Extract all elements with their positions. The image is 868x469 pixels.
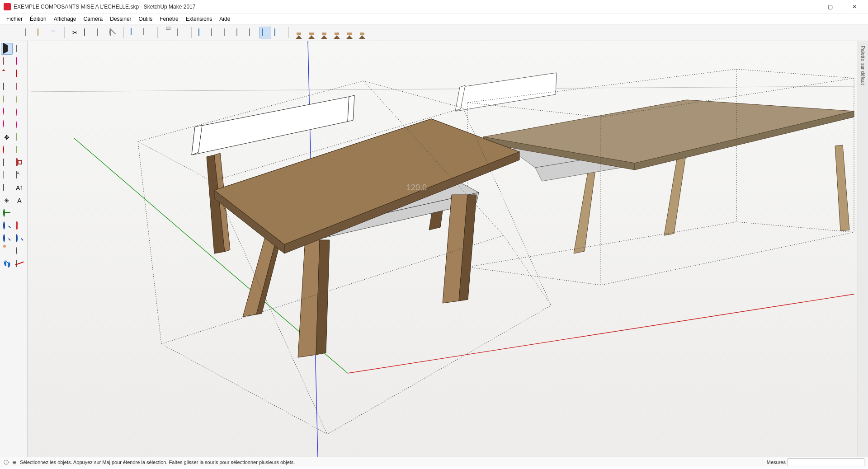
- style-shaded-button[interactable]: [196, 27, 208, 38]
- cut-icon: ✂: [71, 29, 79, 36]
- viewport[interactable]: 120,0: [28, 41, 858, 457]
- rectangle-tool-button[interactable]: [1, 81, 13, 93]
- redo-button[interactable]: [141, 27, 153, 38]
- push-pull-tool-icon: [16, 134, 23, 141]
- print-button[interactable]: [162, 27, 174, 38]
- pie-tool-button[interactable]: [14, 119, 25, 131]
- arc-tool-button[interactable]: [1, 106, 13, 118]
- right-panel-tab[interactable]: Palette par défaut: [858, 41, 868, 457]
- cut-button[interactable]: ✂: [69, 27, 81, 38]
- eraser-tool-button[interactable]: [14, 56, 25, 67]
- follow-me-tool-button[interactable]: [14, 144, 25, 156]
- tape-measure-button[interactable]: [1, 169, 13, 181]
- menu-item-camera[interactable]: Caméra: [80, 15, 107, 23]
- previous-view-button[interactable]: [14, 233, 25, 244]
- svg-marker-6: [835, 145, 849, 231]
- dimension-annotation: 120,0: [406, 183, 427, 192]
- zoom-tool-button[interactable]: [1, 220, 13, 232]
- menu-item-edition[interactable]: Édition: [26, 15, 50, 23]
- close-button[interactable]: ✕: [846, 1, 863, 12]
- style-mono-button[interactable]: [234, 27, 246, 38]
- rotated-rectangle-button[interactable]: [14, 81, 25, 93]
- model-info-icon: [177, 29, 184, 36]
- iso-view-button[interactable]: [319, 27, 330, 38]
- position-camera-button[interactable]: [1, 245, 13, 257]
- maximize-button[interactable]: ▢: [822, 1, 838, 12]
- rotate-tool-button[interactable]: [1, 144, 13, 156]
- menu-item-fichier[interactable]: Fichier: [3, 15, 26, 23]
- model-info-button[interactable]: [175, 27, 187, 38]
- walk-tool-button[interactable]: 👣: [1, 258, 13, 270]
- walk-tool-icon: 👣: [3, 260, 10, 267]
- save-file-button[interactable]: [48, 27, 60, 38]
- paint-bucket-button[interactable]: [1, 56, 13, 67]
- 3d-text-tool-icon: A: [16, 197, 23, 204]
- new-file-button[interactable]: [23, 27, 34, 38]
- left-toolbar-row: ✳A: [1, 195, 26, 206]
- delete-button[interactable]: [107, 27, 119, 38]
- style-texture-button[interactable]: [272, 27, 284, 38]
- offset-tool-button[interactable]: [14, 157, 25, 169]
- section-plane-button[interactable]: [14, 258, 25, 270]
- polygon-tool-button[interactable]: [14, 94, 25, 105]
- style-backedges-button[interactable]: [259, 27, 271, 38]
- orbit-tool-button[interactable]: [1, 207, 13, 219]
- three-point-arc-button[interactable]: [1, 119, 13, 131]
- style-xray-button[interactable]: [247, 27, 259, 38]
- axes-tool-button[interactable]: ✳: [1, 195, 13, 206]
- menu-item-aide[interactable]: Aide: [216, 15, 234, 23]
- text-tool-button[interactable]: A1: [14, 182, 25, 194]
- menu-item-fenetre[interactable]: Fenêtre: [156, 15, 182, 23]
- freehand-tool-button[interactable]: [14, 68, 25, 80]
- circle-tool-button[interactable]: [1, 94, 13, 105]
- menu-item-affichage[interactable]: Affichage: [50, 15, 80, 23]
- svg-marker-4: [574, 162, 596, 253]
- dimensions-tool-button[interactable]: [14, 169, 25, 181]
- titlebar: EXEMPLE COMPOSANTS MISE A L'ECHELLE.skp …: [0, 0, 868, 14]
- scale-tool-button[interactable]: [1, 157, 13, 169]
- copy-button[interactable]: [82, 27, 94, 38]
- zoom-window-button[interactable]: [1, 233, 13, 244]
- top-view-button[interactable]: [331, 27, 343, 38]
- menu-item-outils[interactable]: Outils: [135, 15, 156, 23]
- left-toolbar: ✥A1✳A👣: [0, 41, 28, 457]
- geo-icon[interactable]: ⊕: [12, 460, 16, 465]
- help-icon[interactable]: ⓘ: [4, 459, 9, 466]
- protractor-tool-button[interactable]: [1, 182, 13, 194]
- measurements-input[interactable]: [788, 458, 864, 466]
- pan-tool-button[interactable]: [14, 207, 25, 219]
- menu-item-extensions[interactable]: Extensions: [182, 15, 216, 23]
- scene: 120,0: [28, 41, 858, 457]
- style-wire-button[interactable]: [209, 27, 221, 38]
- side-view-button[interactable]: [357, 27, 368, 38]
- paste-button[interactable]: [94, 27, 106, 38]
- two-point-arc-button[interactable]: [14, 106, 25, 118]
- table-component-copy: [455, 69, 854, 285]
- zoom-extents-button[interactable]: [14, 220, 25, 232]
- front-view-button[interactable]: [344, 27, 356, 38]
- svg-line-0: [31, 86, 854, 92]
- main-content: ✥A1✳A👣: [0, 41, 868, 457]
- minimize-button[interactable]: ─: [797, 1, 814, 12]
- warehouse-button[interactable]: [293, 27, 305, 38]
- extension-warehouse-button[interactable]: [306, 27, 318, 38]
- toolbar-group: [194, 27, 286, 38]
- select-tool-button[interactable]: [1, 43, 13, 55]
- move-tool-button[interactable]: ✥: [1, 131, 13, 143]
- style-hidden-button[interactable]: [222, 27, 233, 38]
- push-pull-tool-button[interactable]: [14, 131, 25, 143]
- position-camera-icon: [3, 248, 10, 255]
- make-component-button[interactable]: [14, 43, 25, 55]
- 3d-text-tool-button[interactable]: A: [14, 195, 25, 206]
- previous-view-icon: [16, 235, 23, 242]
- undo-button[interactable]: [128, 27, 140, 38]
- polygon-tool-icon: [16, 96, 23, 103]
- line-tool-button[interactable]: [1, 68, 13, 80]
- menu-item-dessiner[interactable]: Dessiner: [106, 15, 135, 23]
- tape-measure-icon: [3, 172, 10, 179]
- style-wire-icon: [211, 29, 218, 36]
- zoom-extents-icon: [16, 222, 23, 230]
- extension-warehouse-icon: [308, 29, 316, 36]
- look-around-button[interactable]: [14, 245, 25, 257]
- open-file-button[interactable]: [35, 27, 47, 38]
